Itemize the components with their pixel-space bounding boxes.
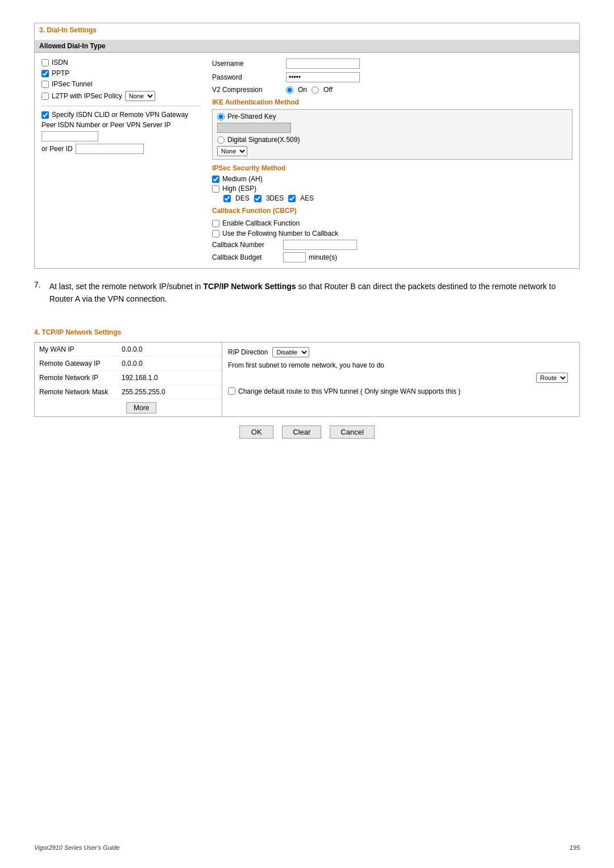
tcpip-label-0: My WAN IP bbox=[39, 345, 122, 353]
use-following-label: Use the Following Number to Callback bbox=[222, 229, 338, 237]
callback-title: Callback Function (CBCP) bbox=[212, 207, 572, 215]
l2tp-row: L2TP with IPSec Policy None bbox=[42, 91, 201, 101]
clear-button[interactable]: Clear bbox=[282, 425, 321, 439]
preshared-row: Pre-Shared Key bbox=[217, 112, 567, 120]
action-buttons: OK Clear Cancel bbox=[34, 425, 580, 439]
des-label: DES bbox=[235, 194, 250, 202]
username-label: Username bbox=[212, 60, 286, 68]
more-button[interactable]: More bbox=[126, 402, 156, 414]
enable-callback-label: Enable Callback Function bbox=[222, 219, 300, 227]
isdn-label: ISDN bbox=[52, 59, 68, 66]
cancel-button[interactable]: Cancel bbox=[330, 425, 374, 439]
medium-checkbox[interactable] bbox=[212, 176, 219, 183]
pptp-checkbox[interactable] bbox=[42, 70, 49, 77]
v2-off-label: Off bbox=[323, 86, 333, 94]
ok-button[interactable]: OK bbox=[239, 425, 273, 439]
pptp-label: PPTP bbox=[52, 69, 69, 77]
preshared-radio[interactable] bbox=[217, 113, 225, 120]
des-checkbox[interactable] bbox=[223, 195, 231, 202]
callback-number-input[interactable] bbox=[283, 240, 357, 250]
ipsec-method-title: IPSec Security Method bbox=[212, 164, 572, 172]
peer-id-input[interactable] bbox=[76, 144, 144, 154]
medium-label: Medium (AH) bbox=[222, 175, 263, 183]
callback-number-label: Callback Number bbox=[212, 241, 280, 249]
username-input[interactable]: draytek bbox=[286, 59, 360, 69]
specify-label: Specify ISDN CLID or Remote VPN Gateway bbox=[52, 111, 188, 119]
tcpip-section: 4. TCP/IP Network Settings My WAN IP 0.0… bbox=[34, 328, 580, 417]
tcpip-label-1: Remote Gateway IP bbox=[39, 360, 122, 368]
rip-row: RIP Direction Disable Both TX only RX on… bbox=[228, 347, 574, 357]
ipsec-method-box: Medium (AH) High (ESP) DES 3DES AES bbox=[212, 175, 572, 202]
step7-number: 7. bbox=[34, 280, 41, 317]
tcpip-label-3: Remote Network Mask bbox=[39, 388, 122, 396]
vpn-tunnel-checkbox[interactable] bbox=[228, 387, 235, 395]
high-row: High (ESP) bbox=[212, 185, 572, 193]
peer-id-label: or Peer ID bbox=[42, 145, 73, 153]
dial-in-section: 3. Dial-In Settings Allowed Dial-In Type… bbox=[34, 23, 580, 269]
step7-paragraph: At last, set the remote network IP/subne… bbox=[49, 280, 580, 306]
route-select[interactable]: Route NAT bbox=[536, 373, 568, 383]
digital-radio[interactable] bbox=[217, 136, 225, 144]
ipsec-checkbox[interactable] bbox=[42, 81, 49, 88]
step7-bold: TCP/IP Network Settings bbox=[204, 282, 296, 291]
callback-budget-label: Callback Budget bbox=[212, 253, 280, 261]
callback-number-row: Callback Number bbox=[212, 240, 572, 250]
isdn-row: ISDN bbox=[42, 59, 201, 66]
use-following-checkbox[interactable] bbox=[212, 230, 219, 237]
high-label: High (ESP) bbox=[222, 185, 256, 193]
callback-budget-input[interactable]: 0 bbox=[283, 252, 306, 262]
ike-preshared-input[interactable]: IKE Pre-Shared Key bbox=[217, 123, 291, 133]
password-row: Password bbox=[212, 72, 572, 82]
dial-in-left: ISDN PPTP IPSec Tunnel L2TP with IPSec P… bbox=[42, 59, 201, 262]
footer-left: Vigor2910 Series User's Guide bbox=[34, 844, 119, 851]
high-checkbox[interactable] bbox=[212, 185, 219, 193]
use-following-row: Use the Following Number to Callback bbox=[212, 229, 572, 237]
3des-checkbox[interactable] bbox=[254, 195, 262, 202]
v2-on-radio[interactable] bbox=[286, 86, 293, 94]
specify-checkbox[interactable] bbox=[42, 111, 49, 119]
aes-checkbox[interactable] bbox=[288, 195, 296, 202]
tcpip-row-0: My WAN IP 0.0.0.0 bbox=[35, 343, 222, 357]
peer-id-row: or Peer ID bbox=[42, 144, 201, 154]
budget-row: Callback Budget 0 minute(s) bbox=[212, 252, 572, 262]
enable-callback-checkbox[interactable] bbox=[212, 220, 219, 227]
peer-label: Peer ISDN Number or Peer VPN Server IP bbox=[42, 121, 201, 129]
password-label: Password bbox=[212, 73, 286, 81]
pptp-row: PPTP bbox=[42, 69, 201, 77]
budget-unit: minute(s) bbox=[309, 253, 337, 261]
footer: Vigor2910 Series User's Guide 195 bbox=[34, 844, 580, 851]
dial-in-title: 3. Dial-In Settings bbox=[35, 23, 579, 34]
l2tp-label: L2TP with IPSec Policy bbox=[52, 92, 122, 100]
tcpip-value-3: 255.255.255.0 bbox=[122, 388, 165, 396]
route-select-row: Route NAT bbox=[228, 373, 574, 383]
v2compression-label: V2 Compression bbox=[212, 86, 286, 94]
isdn-checkbox[interactable] bbox=[42, 59, 49, 66]
tcpip-right: RIP Direction Disable Both TX only RX on… bbox=[222, 343, 579, 416]
dial-in-header: Allowed Dial-In Type bbox=[35, 40, 579, 53]
tcpip-value-2: 192.168.1.0 bbox=[122, 374, 157, 382]
step7-container: 7. At last, set the remote network IP/su… bbox=[34, 280, 580, 317]
v2-radio-group: On Off bbox=[286, 86, 333, 94]
digital-row: Digital Signature(X.509) bbox=[217, 136, 567, 144]
none-select[interactable]: None bbox=[217, 146, 247, 156]
peer-input[interactable]: 220.135.240.208 bbox=[42, 131, 98, 141]
more-row: More bbox=[35, 399, 222, 416]
v2compression-row: V2 Compression On Off bbox=[212, 86, 572, 94]
l2tp-select[interactable]: None bbox=[125, 91, 155, 101]
specify-row: Specify ISDN CLID or Remote VPN Gateway bbox=[42, 111, 201, 119]
rip-select[interactable]: Disable Both TX only RX only bbox=[272, 347, 309, 357]
v2-off-radio[interactable] bbox=[312, 86, 319, 94]
ike-box: Pre-Shared Key IKE Pre-Shared Key Digita… bbox=[212, 109, 572, 160]
dial-in-right: Username draytek Password V2 Compression… bbox=[212, 59, 572, 262]
tcpip-row-3: Remote Network Mask 255.255.255.0 bbox=[35, 385, 222, 399]
rip-label: RIP Direction bbox=[228, 348, 268, 356]
enable-callback-row: Enable Callback Function bbox=[212, 219, 572, 227]
step7-text: At last, set the remote network IP/subne… bbox=[49, 282, 204, 291]
password-input[interactable] bbox=[286, 72, 360, 82]
ike-title: IKE Authentication Method bbox=[212, 98, 572, 106]
tcpip-title: 4. TCP/IP Network Settings bbox=[34, 328, 580, 336]
medium-row: Medium (AH) bbox=[212, 175, 572, 183]
vpn-tunnel-label: Change default route to this VPN tunnel … bbox=[238, 387, 460, 395]
tcpip-value-1: 0.0.0.0 bbox=[122, 360, 143, 368]
l2tp-checkbox[interactable] bbox=[42, 93, 49, 100]
